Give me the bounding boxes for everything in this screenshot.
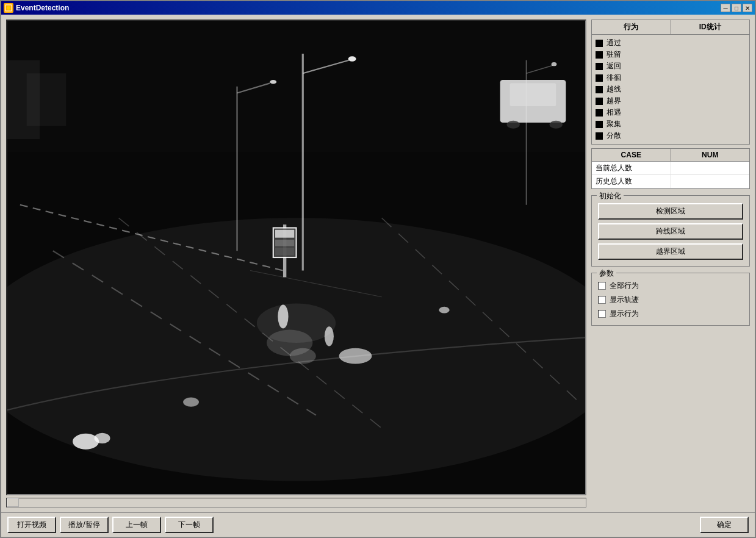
title-bar: EventDetection ─ □ ✕ — [1, 1, 755, 15]
init-group: 初始化 检测区域跨线区域越界区域 — [591, 195, 750, 267]
svg-rect-26 — [275, 248, 294, 256]
behavior-item-6[interactable]: 相遇 — [596, 107, 746, 118]
close-button[interactable]: ✕ — [743, 4, 752, 12]
bottom-button-2[interactable]: 上一帧 — [112, 517, 161, 533]
behavior-checkbox-6[interactable] — [596, 109, 603, 117]
behavior-col-header: 行为 — [592, 20, 671, 34]
behavior-checkbox-3[interactable] — [596, 74, 603, 82]
stats-header: CASE NUM — [592, 149, 749, 162]
behavior-item-5[interactable]: 越界 — [596, 95, 746, 107]
behavior-label-6: 相遇 — [607, 107, 621, 118]
bottom-bar: 打开视频播放/暂停上一帧下一帧 确定 — [1, 512, 755, 537]
param-label-0: 全部行为 — [610, 281, 639, 291]
init-buttons: 检测区域跨线区域越界区域 — [598, 203, 743, 260]
behavior-label-4: 越线 — [607, 84, 621, 95]
stats-row-0: 当前总人数 — [592, 162, 749, 175]
behavior-label-2: 返回 — [607, 61, 621, 71]
bottom-button-3[interactable]: 下一帧 — [165, 517, 214, 533]
behavior-checkbox-1[interactable] — [596, 51, 603, 59]
main-content: 行为 ID统计 通过 驻留 返回 徘徊 越线 越界 相遇 聚集 分散 — [1, 15, 755, 512]
init-button-2[interactable]: 越界区域 — [598, 243, 743, 260]
title-bar-left: EventDetection — [4, 3, 69, 13]
confirm-button[interactable]: 确定 — [700, 517, 749, 533]
stats-rows: 当前总人数 历史总人数 — [592, 162, 749, 188]
param-checkbox-2[interactable] — [598, 310, 606, 318]
behavior-item-8[interactable]: 分散 — [596, 130, 746, 142]
init-button-0[interactable]: 检测区域 — [598, 203, 743, 220]
video-scrollbar[interactable] — [6, 498, 586, 508]
svg-point-16 — [506, 121, 520, 129]
init-group-label: 初始化 — [597, 191, 624, 201]
app-icon — [4, 3, 13, 13]
app-title: EventDetection — [16, 4, 69, 12]
maximize-button[interactable]: □ — [732, 4, 741, 12]
num-col-header: NUM — [671, 149, 750, 161]
behavior-checkbox-0[interactable] — [596, 40, 603, 47]
case-col-header: CASE — [592, 149, 671, 161]
right-panel: 行为 ID统计 通过 驻留 返回 徘徊 越线 越界 相遇 聚集 分散 — [591, 20, 750, 508]
behavior-label-3: 徘徊 — [607, 73, 621, 83]
behavior-item-7[interactable]: 聚集 — [596, 118, 746, 130]
stats-table: CASE NUM 当前总人数 历史总人数 — [591, 148, 750, 189]
svg-point-30 — [95, 433, 110, 443]
param-row-2[interactable]: 显示行为 — [598, 309, 743, 319]
behavior-checkbox-2[interactable] — [596, 63, 603, 70]
svg-rect-4 — [7, 21, 585, 152]
svg-rect-25 — [275, 240, 294, 246]
svg-point-13 — [552, 62, 557, 66]
param-checkbox-0[interactable] — [598, 282, 606, 290]
param-row-0[interactable]: 全部行为 — [598, 281, 743, 291]
behavior-checkbox-8[interactable] — [596, 132, 603, 140]
video-area — [6, 20, 586, 495]
window-controls: ─ □ ✕ — [721, 4, 752, 12]
behavior-label-0: 通过 — [607, 38, 621, 48]
svg-point-1 — [7, 6, 10, 10]
behavior-checkbox-4[interactable] — [596, 86, 603, 93]
id-stats-col-header: ID统计 — [671, 20, 750, 34]
param-label-2: 显示行为 — [610, 309, 639, 319]
stats-case-1: 历史总人数 — [592, 175, 671, 188]
behavior-checkbox-5[interactable] — [596, 98, 603, 105]
svg-point-10 — [270, 80, 276, 84]
behavior-label-7: 聚集 — [607, 119, 621, 129]
video-feed — [7, 21, 585, 494]
param-checkbox-1[interactable] — [598, 296, 606, 304]
svg-point-7 — [348, 56, 356, 62]
svg-point-17 — [549, 121, 563, 129]
behavior-checkbox-7[interactable] — [596, 121, 603, 128]
svg-point-32 — [183, 398, 199, 407]
bottom-button-1[interactable]: 播放/暂停 — [60, 517, 109, 533]
behavior-item-1[interactable]: 驻留 — [596, 49, 746, 60]
svg-point-39 — [257, 303, 336, 343]
stats-row-1: 历史总人数 — [592, 175, 749, 188]
behavior-item-4[interactable]: 越线 — [596, 84, 746, 95]
bottom-button-0[interactable]: 打开视频 — [7, 517, 56, 533]
init-button-1[interactable]: 跨线区域 — [598, 223, 743, 240]
bottom-buttons: 打开视频播放/暂停上一帧下一帧 — [7, 517, 214, 533]
behavior-item-2[interactable]: 返回 — [596, 60, 746, 72]
params-group: 参数 全部行为 显示轨迹 显示行为 — [591, 273, 750, 326]
stats-case-0: 当前总人数 — [592, 162, 671, 174]
svg-rect-15 — [510, 83, 556, 106]
minimize-button[interactable]: ─ — [721, 4, 730, 12]
param-row-1[interactable]: 显示轨迹 — [598, 295, 743, 305]
behavior-item-3[interactable]: 徘徊 — [596, 72, 746, 84]
behavior-table-header: 行为 ID统计 — [592, 20, 749, 35]
svg-rect-38 — [27, 73, 67, 126]
behavior-label-1: 驻留 — [607, 49, 621, 60]
svg-rect-24 — [275, 230, 294, 238]
svg-point-29 — [73, 434, 99, 450]
stats-num-1 — [671, 175, 750, 188]
behavior-panel: 行为 ID统计 通过 驻留 返回 徘徊 越线 越界 相遇 聚集 分散 — [591, 20, 750, 145]
behavior-label-8: 分散 — [607, 131, 621, 141]
scrollbar-thumb[interactable] — [7, 498, 19, 507]
video-section — [6, 20, 586, 508]
param-label-1: 显示轨迹 — [610, 295, 639, 305]
params-checkboxes: 全部行为 显示轨迹 显示行为 — [598, 281, 743, 319]
main-window: EventDetection ─ □ ✕ — [0, 0, 756, 538]
params-group-label: 参数 — [597, 268, 616, 279]
behavior-list: 通过 驻留 返回 徘徊 越线 越界 相遇 聚集 分散 — [592, 35, 749, 144]
svg-point-33 — [439, 307, 449, 314]
stats-num-0 — [671, 162, 750, 174]
behavior-item-0[interactable]: 通过 — [596, 37, 746, 49]
